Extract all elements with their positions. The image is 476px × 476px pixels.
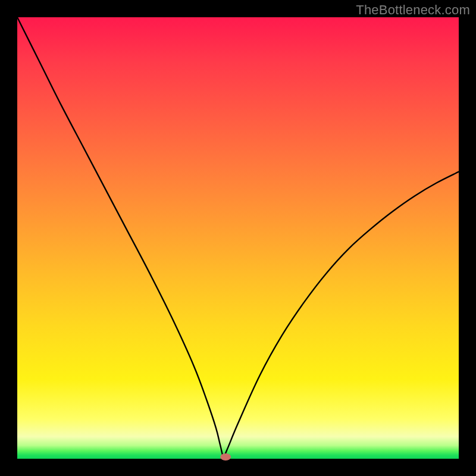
watermark-text: TheBottleneck.com: [356, 2, 470, 18]
bottleneck-curve: [17, 17, 459, 457]
bottleneck-marker: [220, 453, 231, 461]
chart-frame: TheBottleneck.com: [0, 0, 476, 476]
chart-svg: [17, 17, 459, 459]
plot-area: [17, 17, 459, 459]
